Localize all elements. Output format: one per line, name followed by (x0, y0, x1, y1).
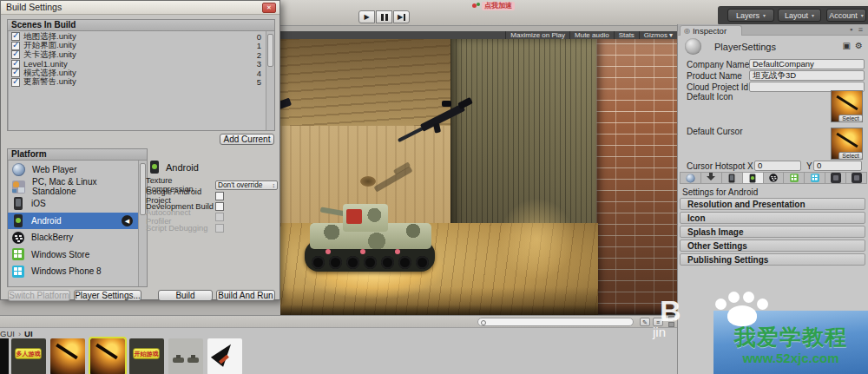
gear-icon[interactable]: ⚙ (855, 41, 863, 50)
unity-active-icon: ◀ (122, 215, 133, 226)
leaf-icon (477, 3, 480, 6)
settings-tab-winphone[interactable] (805, 173, 825, 183)
build-settings-dialog: Build Settings ✕ Scenes In Build 地图选择.un… (0, 0, 280, 300)
scene-row[interactable]: 更新警告.unity5 (8, 78, 266, 88)
product-name-field[interactable]: 坦克战争3D (749, 70, 865, 81)
asset-icon[interactable]: ▣ (843, 41, 851, 50)
tab-inspector[interactable]: ◎ Inspector (680, 25, 742, 36)
step-bar-icon (404, 14, 405, 21)
pause-button[interactable] (376, 10, 392, 23)
watermark-url: www.52xjc.com (713, 351, 868, 365)
game-menu-maximize-on-play[interactable]: Maximize on Play (505, 31, 569, 39)
platform-item-winphone[interactable]: Windows Phone 8 (8, 263, 138, 280)
platform-name: BlackBerry (31, 233, 73, 242)
settings-tab-ios[interactable] (722, 173, 743, 183)
window-panes (812, 175, 817, 180)
scrollbar-thumb[interactable] (140, 163, 146, 215)
option-checkbox[interactable] (215, 202, 224, 211)
winstore-icon (12, 248, 24, 260)
section-icon[interactable]: Icon (680, 212, 865, 224)
search-input[interactable] (477, 318, 634, 326)
add-current-button[interactable]: Add Current (220, 134, 274, 145)
inspector-tabbar-menu-icon[interactable]: ▪ ≡ (850, 25, 865, 34)
asset-thumbnails: 多人游戏开始游戏 (0, 338, 677, 374)
option-checkbox (215, 224, 224, 233)
option-checkbox (215, 213, 224, 221)
layers-dropdown[interactable]: Layers▾ (727, 9, 774, 22)
option-checkbox[interactable] (215, 192, 224, 200)
platform-item-standalone[interactable]: PC, Mac & Linux Standalone (8, 179, 138, 196)
switch-platform-button[interactable]: Switch Platform (8, 290, 70, 301)
tank-wheel (346, 256, 359, 269)
platform-item-android[interactable]: Android◀ (8, 213, 138, 230)
hotspot-y-field[interactable]: 0 (813, 161, 862, 171)
build-and-run-button[interactable]: Build And Run (216, 290, 275, 301)
game-menu-stats[interactable]: Stats (614, 31, 639, 39)
close-icon[interactable]: ✕ (262, 3, 276, 13)
window-panes (14, 250, 22, 258)
speed-overlay-badge[interactable]: 点我加速 (472, 1, 515, 10)
asset-thumbnail-button-image[interactable]: 开始游戏 (129, 338, 164, 374)
tank-wheel (381, 256, 394, 269)
game-menu-mute-audio[interactable]: Mute audio (569, 31, 614, 39)
scenes-scrollbar[interactable] (266, 31, 274, 130)
paw-toe (743, 292, 754, 303)
tank-pink-marker (395, 249, 400, 254)
edit-icon[interactable]: ✎ (640, 318, 650, 326)
default-cursor-select-button[interactable]: Select (838, 152, 863, 160)
layout-dropdown[interactable]: Layout▾ (778, 9, 821, 22)
hotspot-x-field[interactable]: 0 (754, 161, 801, 171)
step-button[interactable]: ▶ (393, 10, 410, 23)
scene-index: 5 (257, 77, 266, 87)
settings-tab-tizen[interactable] (825, 173, 846, 183)
asset-thumbnail-tank-art[interactable] (90, 338, 125, 374)
settings-tab-blackberry[interactable] (764, 173, 785, 183)
game-menu-gizmos[interactable]: Gizmos▾ (639, 31, 677, 39)
game-scene[interactable] (280, 39, 677, 315)
breadcrumb-folder[interactable]: GUI (0, 329, 15, 338)
speed-badge-label[interactable]: 点我加速 (482, 2, 515, 10)
default-icon-select-button[interactable]: Select (838, 115, 863, 122)
android-icon (14, 214, 23, 227)
scene-index: 4 (257, 69, 266, 78)
section-other-settings[interactable]: Other Settings (680, 239, 865, 252)
inspector-tab-bar: ◎ Inspector ▪ ≡ (678, 24, 868, 36)
tank-wheel (312, 256, 325, 269)
settings-tab-winstore[interactable] (784, 173, 805, 183)
section-publishing-settings[interactable]: Publishing Settings (680, 253, 865, 266)
build-button[interactable]: Build (158, 290, 213, 301)
platform-item-winstore[interactable]: Windows Store (8, 246, 138, 264)
dropdown-arrow-icon: ↕ (273, 182, 276, 188)
asset-thumbnail-cursor[interactable] (207, 338, 242, 374)
section-resolution-and-presentation[interactable]: Resolution and Presentation (680, 198, 865, 210)
breadcrumb-current[interactable]: UI (24, 329, 33, 338)
settings-tab-android[interactable] (743, 173, 764, 183)
paw-toe (757, 299, 768, 310)
asset-thumbnail-tanks[interactable] (168, 338, 203, 374)
scene-checkbox[interactable] (11, 78, 20, 87)
platform-item-blackberry[interactable]: BlackBerry (8, 229, 138, 246)
asset-thumbnail-button-image[interactable]: 多人游戏 (11, 338, 46, 374)
player-settings-button[interactable]: Player Settings... (74, 290, 141, 301)
company-name-field[interactable]: DefaultCompany (749, 59, 865, 69)
platform-item-web[interactable]: Web Player (8, 161, 138, 179)
platform-list: Web PlayerPC, Mac & Linux StandaloneiOSA… (8, 161, 138, 286)
game-menu-label: Gizmos (644, 31, 667, 39)
asset-thumbnail-tank-art[interactable] (50, 338, 85, 374)
asset-thumbnail-partial[interactable] (0, 338, 9, 374)
play-button[interactable]: ▶ (358, 10, 375, 23)
dialog-title[interactable]: Build Settings (1, 1, 279, 15)
settings-tab-web[interactable] (681, 173, 701, 183)
settings-tab-samsung[interactable] (846, 173, 866, 183)
settings-tab-download[interactable] (701, 173, 722, 183)
texture-compression-dropdown[interactable]: Don't override↕ (215, 180, 278, 190)
game-view[interactable]: Maximize on PlayMute audioStatsGizmos▾ (280, 26, 677, 315)
platform-item-ios[interactable]: iOS (8, 195, 138, 213)
product-name-row: Product Name 坦克战争3D (678, 70, 868, 82)
scene-row[interactable]: 关卡选择.unity2 (8, 50, 266, 60)
account-dropdown[interactable]: Account▾ (826, 9, 866, 22)
section-splash-image[interactable]: Splash Image (680, 226, 865, 238)
tank-pink-marker (326, 249, 331, 254)
platform-name: iOS (31, 199, 46, 208)
scrollbar-thumb[interactable] (267, 34, 273, 67)
